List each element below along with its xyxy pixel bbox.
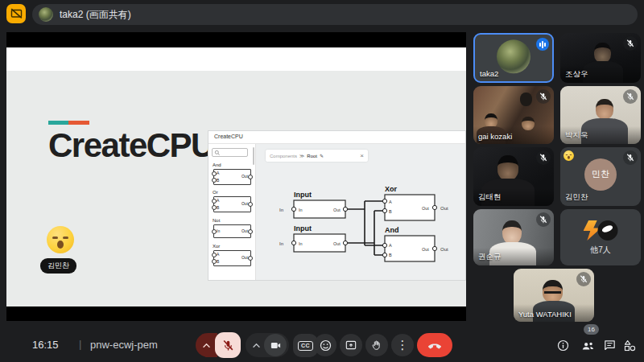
- meeting-details-button[interactable]: [556, 339, 570, 356]
- overflow-avatars: [584, 220, 618, 241]
- slide-accent-bar-teal: [48, 121, 68, 125]
- palette-scrollbar[interactable]: [253, 147, 254, 165]
- end-call-button[interactable]: [417, 333, 452, 357]
- createcpu-app-screenshot: CreateCPU And A B Out Or A B: [208, 130, 466, 281]
- kebab-menu-icon: ⋮: [397, 338, 409, 352]
- chat-icon: [603, 339, 617, 352]
- palette-gate-label: And: [213, 162, 221, 167]
- reaction-author: 김민찬: [40, 258, 76, 274]
- svg-text:Input: Input: [294, 191, 312, 199]
- palette-search-input[interactable]: [212, 148, 248, 157]
- more-options-button[interactable]: ⋮: [391, 334, 414, 356]
- tile-yuta-watahiki[interactable]: Yuta WATAHIKI: [514, 269, 594, 322]
- phone-down-icon: [427, 337, 443, 353]
- circuit-diagram: Input In In Out Input In In Out Xor: [256, 144, 466, 281]
- svg-text:A: A: [389, 243, 392, 248]
- svg-text:Out: Out: [440, 206, 448, 211]
- svg-text:Out: Out: [440, 247, 448, 252]
- palette-gate-xor[interactable]: A B Out: [213, 250, 251, 266]
- svg-text:In: In: [279, 208, 283, 212]
- avatar: 민찬: [584, 158, 617, 191]
- avatar: [497, 39, 530, 73]
- circuit-canvas[interactable]: Components ≫ Root ✎ × Input In: [256, 144, 465, 280]
- mic-off-icon: [536, 150, 551, 165]
- presenter-label: taka2 (画面共有): [60, 8, 131, 22]
- mic-off-icon: [221, 339, 235, 352]
- camera-button[interactable]: [264, 334, 287, 356]
- activities-button[interactable]: [623, 339, 637, 356]
- svg-text:Xor: Xor: [385, 185, 398, 193]
- participant-count-badge: 16: [584, 324, 599, 335]
- svg-text:And: And: [385, 226, 399, 234]
- info-icon: [556, 339, 570, 352]
- audio-level-icon: [536, 38, 549, 51]
- svg-text:Out: Out: [333, 208, 341, 212]
- palette-gate-label: Or: [213, 190, 218, 195]
- presentation-off-icon: [10, 7, 23, 21]
- palette-gate-or[interactable]: A B Out: [213, 196, 251, 212]
- camera-options-chevron[interactable]: [250, 334, 262, 356]
- tile-kimtaehyun[interactable]: 김태현: [473, 147, 554, 206]
- app-titlebar: CreateCPU: [208, 131, 465, 144]
- svg-text:Out: Out: [333, 241, 341, 246]
- reactions-button[interactable]: [314, 334, 336, 356]
- people-icon: [580, 339, 596, 354]
- captions-icon: CC: [298, 341, 312, 351]
- raise-hand-button[interactable]: [365, 334, 388, 356]
- svg-text:In: In: [279, 241, 283, 246]
- app-title: CreateCPU: [214, 134, 243, 139]
- palette-gate-and[interactable]: A B Out: [213, 169, 251, 185]
- presenter-banner[interactable]: taka2 (画面共有): [32, 4, 638, 25]
- palette-gate-not[interactable]: In Out: [213, 224, 251, 238]
- tile-parkjiuk[interactable]: 박지욱: [560, 86, 641, 144]
- divider: |: [79, 338, 81, 350]
- slide-accent-bar-orange: [68, 121, 89, 125]
- svg-text:In: In: [299, 241, 303, 246]
- palette-gate-label: Not: [213, 218, 220, 223]
- hand-icon: [370, 339, 383, 352]
- mic-off-icon: [536, 89, 551, 104]
- tile-taka2[interactable]: taka2: [473, 33, 554, 83]
- mic-off-icon: [623, 36, 638, 51]
- present-screen-button[interactable]: [340, 334, 362, 356]
- tile-kimminchan[interactable]: 민찬 김민찬: [560, 147, 641, 206]
- mic-off-icon: [623, 150, 638, 165]
- camera-icon: [270, 339, 282, 352]
- reaction-emoji: [47, 226, 74, 253]
- svg-text:B: B: [389, 253, 392, 257]
- svg-text:B: B: [389, 209, 392, 214]
- present-icon: [345, 339, 357, 352]
- search-icon: [214, 150, 221, 156]
- svg-text:A: A: [389, 200, 392, 204]
- tile-overflow-others[interactable]: 他7人: [560, 209, 641, 265]
- component-palette: And A B Out Or A B Out Not In: [208, 144, 256, 280]
- tile-kwonsungyu[interactable]: 권순규: [473, 209, 554, 265]
- chat-button[interactable]: [603, 339, 617, 356]
- palette-gate-label: Xor: [213, 244, 220, 249]
- svg-text:Out: Out: [422, 247, 429, 252]
- shapes-icon: [623, 339, 637, 352]
- presenter-avatar: [39, 7, 53, 22]
- stop-sharing-button[interactable]: [6, 4, 26, 23]
- mic-off-icon: [623, 89, 638, 104]
- svg-text:Out: Out: [422, 206, 429, 211]
- slide-title: CreateCPU: [48, 126, 214, 165]
- meeting-code: pnw-ecwj-pem: [90, 339, 158, 351]
- chevron-up-icon: [202, 343, 211, 348]
- mic-options-chevron[interactable]: [196, 333, 217, 357]
- svg-text:Input: Input: [294, 224, 312, 232]
- svg-text:In: In: [299, 208, 303, 212]
- show-participants-button[interactable]: [580, 339, 596, 357]
- presentation-slide: CreateCPU 김민찬 CreateCPU And A B Out: [6, 47, 466, 306]
- clock: 16:15: [32, 339, 59, 351]
- mic-off-icon: [576, 272, 591, 286]
- avatar: [598, 220, 618, 241]
- tile-josangwoo[interactable]: 조상우: [560, 33, 641, 83]
- mic-off-icon: [536, 212, 551, 227]
- mute-microphone-button[interactable]: [215, 332, 241, 358]
- smiley-icon: [319, 339, 332, 352]
- reaction-emoji: [564, 150, 574, 161]
- tile-gai-kozaki[interactable]: gai kozaki: [473, 86, 554, 144]
- shared-screen: CreateCPU 김민찬 CreateCPU And A B Out: [6, 32, 466, 321]
- chevron-up-icon: [252, 343, 261, 348]
